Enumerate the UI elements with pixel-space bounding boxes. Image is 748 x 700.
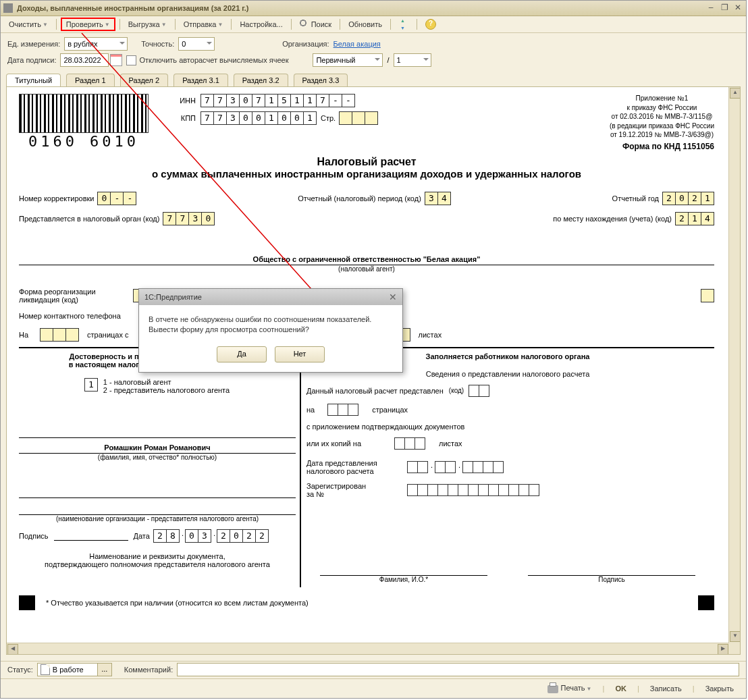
close-button[interactable]: Закрыть xyxy=(700,682,739,695)
phone-label: Номер контактного телефона xyxy=(19,312,121,320)
page-label: Стр. xyxy=(321,114,336,122)
print-button[interactable]: Печать▼ xyxy=(542,682,597,695)
scroll-left-icon[interactable]: ◀ xyxy=(7,644,18,655)
form-title-1: Налоговый расчет xyxy=(19,156,714,168)
vertical-scrollbar[interactable]: ▲ ▼ xyxy=(728,87,740,654)
scroll-right-icon[interactable]: ▶ xyxy=(718,644,728,655)
sign-label: Подпись xyxy=(19,532,49,540)
status-label: Статус: xyxy=(7,666,33,674)
check-dialog: 1С:Предприятие ✕ В отчете не обнаружены … xyxy=(138,288,403,373)
help-button[interactable]: ? xyxy=(421,18,442,31)
status-bar: Статус: В работе ... Комментарий: xyxy=(1,661,746,678)
r-on-cells xyxy=(328,404,358,416)
r-date-cells: .. xyxy=(408,461,504,473)
r-copies: или их копий на xyxy=(306,439,361,448)
refresh-button[interactable]: Обновить xyxy=(344,19,386,30)
form-title-2: о суммах выплаченных иностранным организ… xyxy=(19,168,714,180)
help-icon: ? xyxy=(425,19,436,30)
doc-icon xyxy=(41,664,50,675)
app-icon xyxy=(3,3,13,13)
unit-label: Ед. измерения: xyxy=(7,40,60,48)
dialog-yes-button[interactable]: Да xyxy=(217,346,267,362)
pages-label: страницах с xyxy=(87,331,128,339)
num-select[interactable]: 1 xyxy=(394,53,431,67)
tab-section-3-3[interactable]: Раздел 3.3 xyxy=(294,74,348,86)
printer-icon xyxy=(547,685,558,693)
dialog-close-icon[interactable]: ✕ xyxy=(389,292,397,302)
confirm-flag-cell[interactable]: 1 xyxy=(85,378,98,392)
barcode: 0160 6010 xyxy=(19,94,149,150)
r-sheets: листах xyxy=(439,439,462,448)
dialog-titlebar: 1С:Предприятие ✕ xyxy=(139,289,402,305)
export-button[interactable]: Выгрузка▼ xyxy=(124,19,171,30)
agent-note: (налоговый агент) xyxy=(19,265,714,273)
corr-label: Номер корректировки xyxy=(19,194,94,203)
autocount-label: Отключить авторасчет вычисляемых ячеек xyxy=(139,56,288,64)
r-pages: страницах xyxy=(372,406,408,414)
rep-org-hint: (наименование организации - представител… xyxy=(19,515,296,522)
close-window-button[interactable]: ✕ xyxy=(732,3,743,14)
place-cells[interactable]: 214 xyxy=(676,212,714,225)
r-copies-cells xyxy=(395,437,425,450)
kpp-label: КПП xyxy=(169,114,196,122)
corr-cells[interactable]: 0-- xyxy=(98,192,136,205)
maximize-button[interactable]: ❐ xyxy=(719,3,730,14)
clear-button[interactable]: Очистить▼ xyxy=(5,19,52,30)
primary-select[interactable]: Первичный xyxy=(313,53,383,67)
expand-icon xyxy=(399,20,408,29)
window-title: Доходы, выплаченные иностранным организа… xyxy=(17,4,703,12)
minimize-button[interactable]: – xyxy=(705,3,716,14)
page-cells[interactable] xyxy=(340,111,378,125)
r-code-cells xyxy=(469,385,489,397)
horizontal-scrollbar[interactable]: ◀ ▶ xyxy=(7,643,729,654)
tab-section-3-1[interactable]: Раздел 3.1 xyxy=(173,74,228,86)
r-on: на xyxy=(306,406,315,414)
tax-org-cells[interactable]: 7730 xyxy=(163,212,215,225)
settings-button[interactable]: Настройка... xyxy=(236,19,286,30)
sheets-label: листах xyxy=(419,331,442,339)
sign-date-cells[interactable]: 28.03.2022 xyxy=(154,529,269,543)
dialog-body: В отчете не обнаружены ошибки по соотнош… xyxy=(139,305,402,341)
year-label: Отчетный год xyxy=(612,194,659,203)
params-panel: Ед. измерения: в рублях Точность: 0 Орга… xyxy=(1,33,746,74)
period-cells[interactable]: 34 xyxy=(425,192,451,205)
period-label: Отчетный (налоговый) период (код) xyxy=(298,194,421,203)
tab-section-1[interactable]: Раздел 1 xyxy=(66,74,115,86)
on-pages-cells[interactable] xyxy=(41,328,79,342)
inn-label: ИНН xyxy=(169,97,196,105)
r-reg-cells xyxy=(408,484,539,496)
kpp-cells[interactable]: 773001001 xyxy=(201,111,317,125)
sign-date-input[interactable]: 28.03.2022 xyxy=(60,53,109,67)
tab-section-3-2[interactable]: Раздел 3.2 xyxy=(234,74,288,86)
org-link[interactable]: Белая акация xyxy=(333,40,381,48)
check-button[interactable]: Проверить▼ xyxy=(61,18,115,31)
dialog-no-button[interactable]: Нет xyxy=(275,346,325,362)
precision-select[interactable]: 0 xyxy=(178,37,215,51)
status-field[interactable]: В работе xyxy=(37,663,98,676)
save-button[interactable]: Записать xyxy=(645,682,687,695)
ok-button[interactable]: OK xyxy=(610,682,632,695)
send-button[interactable]: Отправка▼ xyxy=(180,19,228,30)
sign-date-label: Дата подписи: xyxy=(7,56,56,64)
comment-input[interactable] xyxy=(177,663,739,676)
confirm-2: 2 - представитель налогового агента xyxy=(103,386,230,394)
search-icon xyxy=(300,20,309,29)
knd: Форма по КНД 1151056 xyxy=(610,141,714,152)
expand-button[interactable] xyxy=(395,18,412,30)
autocount-checkbox[interactable] xyxy=(126,55,136,65)
calendar-icon[interactable] xyxy=(110,54,122,66)
tab-section-2[interactable]: Раздел 2 xyxy=(120,74,169,86)
black-marker-left xyxy=(19,595,35,610)
reorg-label: Форма реорганизации ликвидация (код) xyxy=(19,288,134,304)
reorg-inn[interactable] xyxy=(701,289,714,302)
search-button[interactable]: Поиск xyxy=(296,18,336,30)
tabs: Титульный Раздел 1 Раздел 2 Раздел 3.1 Р… xyxy=(1,74,746,86)
scroll-down-icon[interactable]: ▼ xyxy=(730,631,741,642)
inn-cells[interactable]: 7730715117-- xyxy=(201,94,355,107)
scroll-up-icon[interactable]: ▲ xyxy=(730,88,741,99)
status-select-button[interactable]: ... xyxy=(97,663,112,676)
year-cells[interactable]: 2021 xyxy=(663,192,714,205)
r-presented: Данный налоговый расчет представлен xyxy=(306,387,444,395)
unit-select[interactable]: в рублях xyxy=(64,37,128,51)
tab-title[interactable]: Титульный xyxy=(6,74,61,86)
